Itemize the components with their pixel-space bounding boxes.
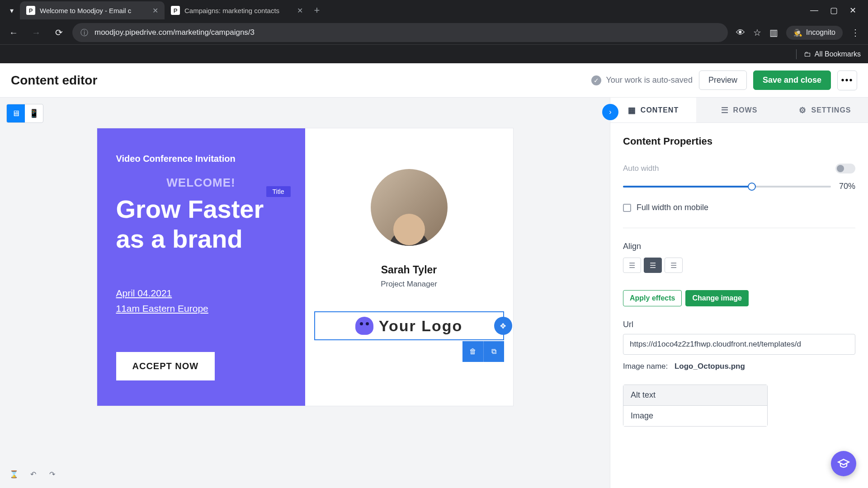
panel-tabs: ▦ CONTENT ☰ ROWS ⚙ SETTINGS [610, 98, 868, 123]
person-role[interactable]: Project Manager [381, 280, 437, 289]
auto-width-label: Auto width [623, 164, 659, 173]
back-button[interactable]: ← [5, 23, 23, 42]
new-tab-button[interactable]: + [309, 3, 325, 18]
more-menu-button[interactable]: ••• [837, 70, 857, 90]
autosave-status: ✓ Your work is auto-saved [591, 75, 692, 85]
redo-button[interactable]: ↷ [44, 466, 60, 482]
main: 🖥 📱 Video Conference Invitation WELCOME!… [0, 98, 868, 488]
incognito-icon: 🕵 [793, 28, 802, 37]
align-center-button[interactable]: ☰ [644, 258, 662, 273]
tab-search-dropdown[interactable]: ▾ [4, 2, 20, 19]
width-slider-row: 70% [623, 182, 855, 191]
headline-block[interactable]: Title Grow Faster as a brand [116, 194, 286, 254]
all-bookmarks-button[interactable]: 🗀 All Bookmarks [804, 50, 861, 58]
image-name-row: Image name: Logo_Octopus.png [623, 362, 855, 371]
copy-icon: ⧉ [491, 347, 496, 356]
close-icon[interactable]: ✕ [152, 6, 158, 15]
side-panel-icon[interactable]: ▥ [769, 27, 778, 38]
desktop-view-button[interactable]: 🖥 [7, 104, 25, 122]
email-template[interactable]: Video Conference Invitation WELCOME! Tit… [97, 128, 513, 406]
tab-title: Welcome to Moodjoy - Email c [40, 7, 148, 14]
favicon: P [26, 6, 35, 15]
save-and-close-button[interactable]: Save and close [753, 70, 831, 90]
collapse-panel-button[interactable]: › [602, 104, 618, 120]
align-right-icon: ☰ [670, 261, 677, 270]
addr-right: 👁 ☆ ▥ 🕵 Incognito ⋮ [732, 26, 863, 40]
star-icon[interactable]: ☆ [753, 27, 761, 38]
block-actions: 🗑 ⧉ [462, 341, 504, 362]
url-input[interactable] [623, 334, 855, 355]
panel-body: Content Properties Auto width 70% Full w… [610, 123, 868, 488]
divider [796, 49, 797, 59]
incognito-badge[interactable]: 🕵 Incognito [786, 26, 843, 40]
tab-bar: ▾ P Welcome to Moodjoy - Email c ✕ P Cam… [0, 0, 868, 21]
slider-thumb[interactable] [748, 183, 756, 191]
divider [623, 228, 855, 228]
graduation-cap-icon [837, 457, 850, 470]
folder-icon: 🗀 [804, 50, 811, 58]
auto-width-toggle[interactable] [835, 164, 855, 174]
forward-button[interactable]: → [27, 23, 45, 42]
accept-now-button[interactable]: ACCEPT NOW [116, 352, 215, 380]
incognito-label: Incognito [806, 28, 835, 37]
history-button[interactable]: ⌛ [6, 466, 22, 482]
person-name[interactable]: Sarah Tyler [381, 264, 437, 276]
align-center-icon: ☰ [650, 261, 656, 270]
maximize-icon[interactable]: ▢ [830, 5, 838, 15]
help-fab[interactable] [831, 451, 856, 476]
tab-title: Campaigns: marketing contacts [184, 7, 292, 14]
welcome-text[interactable]: WELCOME! [116, 176, 286, 190]
full-width-mobile-label: Full width on mobile [637, 203, 708, 212]
full-width-mobile-row[interactable]: Full width on mobile [623, 203, 855, 212]
align-left-button[interactable]: ☰ [623, 258, 641, 273]
browser-menu-icon[interactable]: ⋮ [851, 27, 860, 38]
viewport-switch: 🖥 📱 [6, 104, 43, 123]
align-left-icon: ☰ [629, 261, 635, 270]
align-buttons: ☰ ☰ ☰ [623, 258, 855, 273]
avatar[interactable] [371, 169, 448, 246]
width-slider[interactable] [623, 186, 831, 188]
eyebrow-text[interactable]: Video Conference Invitation [116, 154, 286, 164]
check-icon: ✓ [591, 75, 601, 85]
all-bookmarks-label: All Bookmarks [815, 50, 861, 58]
reload-button[interactable]: ⟳ [50, 23, 68, 42]
canvas-area: 🖥 📱 Video Conference Invitation WELCOME!… [0, 98, 610, 488]
eye-off-icon[interactable]: 👁 [736, 28, 745, 38]
browser-tab[interactable]: P Campaigns: marketing contacts ✕ [165, 1, 309, 19]
undo-button[interactable]: ↶ [25, 466, 41, 482]
logo-text: Your Logo [379, 317, 462, 335]
mobile-view-button[interactable]: 📱 [25, 104, 43, 122]
title-badge: Title [266, 186, 291, 197]
tab-rows[interactable]: ☰ ROWS [696, 98, 782, 122]
panel-heading: Content Properties [623, 136, 855, 147]
tab-settings[interactable]: ⚙ SETTINGS [782, 98, 868, 122]
align-right-button[interactable]: ☰ [665, 258, 683, 273]
checkbox[interactable] [623, 204, 631, 212]
site-info-icon[interactable]: ⓘ [80, 28, 88, 38]
alt-text-tab[interactable]: Alt text [623, 385, 767, 406]
apply-effects-button[interactable]: Apply effects [623, 290, 682, 306]
duplicate-block-button[interactable]: ⧉ [483, 341, 504, 362]
url-field[interactable]: ⓘ moodjoy.pipedrive.com/marketing/campai… [72, 23, 728, 42]
close-icon[interactable]: ✕ [297, 6, 303, 15]
logo-block-selected[interactable]: Your Logo ✥ 🗑 ⧉ [314, 311, 504, 340]
width-value: 70% [839, 182, 855, 191]
autosave-text: Your work is auto-saved [606, 75, 692, 85]
close-window-icon[interactable]: ✕ [849, 5, 856, 15]
alt-text-input[interactable] [623, 406, 767, 426]
preview-button[interactable]: Preview [699, 70, 747, 90]
move-icon[interactable]: ✥ [494, 317, 512, 335]
tab-content[interactable]: ▦ CONTENT [610, 98, 696, 122]
grid-icon: ▦ [628, 105, 636, 115]
tab-settings-label: SETTINGS [811, 106, 851, 114]
align-label: Align [623, 242, 855, 251]
minimize-icon[interactable]: — [810, 5, 818, 15]
image-name-label: Image name: [623, 362, 668, 371]
change-image-button[interactable]: Change image [685, 290, 748, 306]
tab-content-label: CONTENT [641, 106, 679, 114]
datetime-block[interactable]: April 04.2021 11am Eastern Europe [116, 286, 286, 316]
speaker-column: Sarah Tyler Project Manager Your Logo ✥ … [305, 128, 513, 406]
browser-tab-active[interactable]: P Welcome to Moodjoy - Email c ✕ [20, 1, 165, 19]
date-text: April 04.2021 [116, 286, 286, 301]
delete-block-button[interactable]: 🗑 [462, 341, 483, 362]
